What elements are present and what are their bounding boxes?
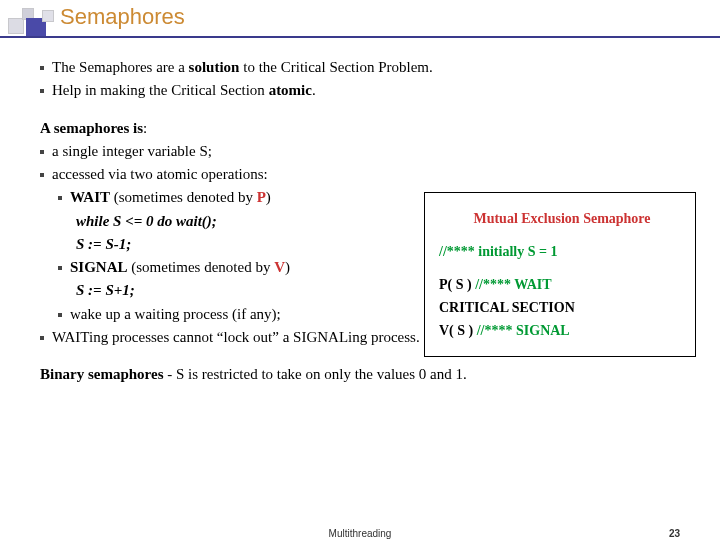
text: Help in making the Critical Section atom… (52, 79, 316, 102)
box-line: CRITICAL SECTION (439, 296, 685, 319)
text: wake up a waiting process (if any); (70, 303, 281, 326)
text-bold: CRITICAL SECTION (439, 300, 575, 315)
subheading: A semaphores is: (40, 117, 690, 140)
text: ) (266, 189, 271, 205)
square-icon (42, 10, 54, 22)
text: . (312, 82, 316, 98)
text-italic: S := S+1; (76, 282, 135, 298)
text-bold: atomic (269, 82, 312, 98)
text-italic: while S <= 0 do wait(); (76, 213, 217, 229)
text: Binary semaphores - S is restricted to t… (40, 363, 690, 386)
bullet-icon (40, 150, 44, 154)
bullet-icon (40, 336, 44, 340)
text-red: V (274, 259, 285, 275)
bullet-icon (40, 89, 44, 93)
text-red: P (257, 189, 266, 205)
box-line: P( S ) //**** WAIT (439, 273, 685, 296)
box-line: //**** initially S = 1 (439, 240, 685, 263)
header-divider (0, 36, 720, 38)
text-bold: WAIT (70, 189, 110, 205)
list-item: a single integer variable S; (40, 140, 690, 163)
text: a single integer variable S; (52, 140, 212, 163)
text: (sometimes denoted by (128, 259, 275, 275)
bullet-icon (58, 313, 62, 317)
text-red: Mutual Exclusion Semaphore (473, 211, 650, 226)
text-bold: SIGNAL (70, 259, 128, 275)
box-line: V( S ) //**** SIGNAL (439, 319, 685, 342)
text-green: //**** WAIT (475, 277, 551, 292)
bullet-icon (58, 266, 62, 270)
text: WAITing processes cannot “lock out” a SI… (52, 326, 420, 349)
text-green: //**** initially S = 1 (439, 244, 557, 259)
bullet-icon (40, 66, 44, 70)
text-bold: solution (189, 59, 240, 75)
mutex-box: Mutual Exclusion Semaphore //**** initia… (424, 192, 696, 357)
text-green: //**** SIGNAL (477, 323, 570, 338)
list-item: The Semaphores are a solution to the Cri… (40, 56, 690, 79)
list-item: accessed via two atomic operations: (40, 163, 690, 186)
text: The Semaphores are a solution to the Cri… (52, 56, 433, 79)
box-title: Mutual Exclusion Semaphore (439, 207, 685, 230)
text-bold: P( S ) (439, 277, 475, 292)
text: to the Critical Section Problem. (239, 59, 432, 75)
bullet-icon (58, 196, 62, 200)
text: (sometimes denoted by (110, 189, 257, 205)
text-bold: V( S ) (439, 323, 477, 338)
text: accessed via two atomic operations: (52, 163, 268, 186)
text-bold: Binary semaphores (40, 366, 163, 382)
slide-header: Semaphores (0, 0, 720, 42)
slide-title: Semaphores (60, 4, 185, 30)
page-number: 23 (669, 528, 680, 539)
text-italic: S := S-1; (76, 236, 131, 252)
text: - S is restricted to take on only the va… (163, 366, 466, 382)
square-icon (8, 18, 24, 34)
text: WAIT (sometimes denoted by P) (70, 186, 271, 209)
text: The Semaphores are a (52, 59, 189, 75)
footer-label: Multithreading (0, 528, 720, 539)
text-bold: A semaphores is (40, 120, 143, 136)
text: ) (285, 259, 290, 275)
text: Help in making the Critical Section (52, 82, 269, 98)
list-item: Help in making the Critical Section atom… (40, 79, 690, 102)
bullet-icon (40, 173, 44, 177)
text: SIGNAL (sometimes denoted by V) (70, 256, 290, 279)
